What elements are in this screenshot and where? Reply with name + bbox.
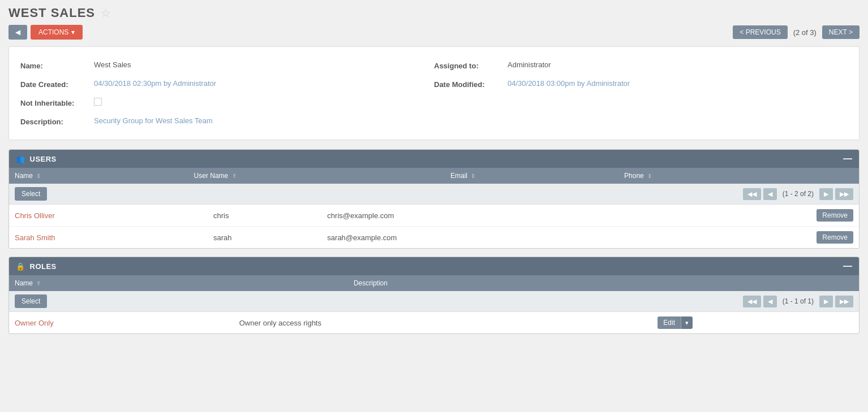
roles-select-bar: Select ◀◀ ◀ (1 - 1 of 1) ▶ ▶▶ bbox=[9, 291, 859, 312]
description-label: Description: bbox=[20, 116, 94, 126]
users-last-page-button[interactable]: ▶▶ bbox=[835, 188, 853, 200]
users-table: Name ⇕ User Name ⇑ Email ⇕ Phone ⇕ bbox=[9, 168, 859, 184]
roles-next-page-button[interactable]: ▶ bbox=[819, 296, 833, 307]
user-username-cell: sarah bbox=[208, 227, 321, 249]
users-col-phone[interactable]: Phone ⇕ bbox=[618, 168, 805, 184]
not-inheritable-checkbox[interactable] bbox=[94, 98, 102, 106]
role-edit-caret-button[interactable]: ▾ bbox=[681, 316, 693, 329]
date-modified-label: Date Modified: bbox=[434, 79, 508, 89]
roles-section-title: 🔒 ROLES bbox=[16, 262, 57, 271]
assigned-to-label: Assigned to: bbox=[434, 60, 508, 70]
user-email-cell: sarah@example.com bbox=[321, 227, 631, 249]
user-name-link[interactable]: Chris Olliver bbox=[15, 211, 55, 220]
users-pagination: ◀◀ ◀ (1 - 2 of 2) ▶ ▶▶ bbox=[743, 188, 853, 200]
users-first-page-button[interactable]: ◀◀ bbox=[743, 188, 761, 200]
table-row: Owner Only Owner only access rights Edit… bbox=[9, 312, 859, 333]
users-pagination-info: (1 - 2 of 2) bbox=[779, 190, 817, 198]
name-value: West Sales bbox=[94, 60, 434, 69]
roles-col-description: Description bbox=[348, 275, 757, 291]
users-icon: 👥 bbox=[16, 155, 25, 163]
detail-card: Name: West Sales Date Created: 04/30/201… bbox=[8, 46, 860, 140]
users-data-table: Chris Olliver chris chris@example.com Re… bbox=[9, 205, 859, 248]
actions-button[interactable]: ACTIONS ▾ bbox=[31, 25, 83, 40]
roles-data-table: Owner Only Owner only access rights Edit… bbox=[9, 312, 859, 333]
username-sort-icon: ⇑ bbox=[232, 173, 237, 179]
not-inheritable-label: Not Inheritable: bbox=[20, 98, 94, 107]
roles-last-page-button[interactable]: ▶▶ bbox=[835, 296, 853, 307]
user-name-link[interactable]: Sarah Smith bbox=[15, 233, 55, 242]
roles-prev-page-button[interactable]: ◀ bbox=[763, 296, 777, 307]
user-remove-cell: Remove bbox=[675, 205, 859, 227]
description-value: Security Group for West Sales Team bbox=[94, 116, 434, 125]
name-sort-icon: ⇕ bbox=[36, 173, 41, 179]
users-panel: 👥 USERS — Name ⇕ User Name ⇑ Email ⇕ Pho… bbox=[8, 149, 860, 249]
roles-panel: 🔒 ROLES — Name ⇑ Description Select ◀◀ ◀… bbox=[8, 257, 860, 334]
users-prev-page-button[interactable]: ◀ bbox=[763, 188, 777, 200]
star-icon[interactable]: ☆ bbox=[101, 6, 111, 20]
user-username-cell: chris bbox=[208, 205, 321, 227]
users-section-title: 👥 USERS bbox=[16, 155, 57, 163]
actions-label: ACTIONS bbox=[38, 28, 68, 36]
email-sort-icon: ⇕ bbox=[471, 173, 475, 179]
users-col-actions bbox=[805, 168, 859, 184]
not-inheritable-value bbox=[94, 98, 434, 107]
date-created-label: Date Created: bbox=[20, 79, 94, 89]
toolbar: ◀ ACTIONS ▾ < PREVIOUS (2 of 3) NEXT > bbox=[8, 25, 860, 40]
roles-minimize-button[interactable]: — bbox=[843, 262, 852, 271]
page-title: WEST SALES bbox=[8, 6, 95, 20]
actions-caret-icon: ▾ bbox=[71, 28, 75, 36]
roles-table-header-row: Name ⇑ Description bbox=[9, 275, 859, 291]
back-button[interactable]: ◀ bbox=[8, 25, 27, 40]
next-button[interactable]: NEXT > bbox=[822, 25, 860, 39]
users-col-name[interactable]: Name ⇕ bbox=[9, 168, 188, 184]
role-description-cell: Owner only access rights bbox=[234, 312, 652, 333]
role-name-link[interactable]: Owner Only bbox=[15, 319, 54, 327]
roles-table: Name ⇑ Description bbox=[9, 275, 859, 291]
name-label: Name: bbox=[20, 60, 94, 70]
toolbar-right: < PREVIOUS (2 of 3) NEXT > bbox=[733, 25, 860, 39]
user-remove-button[interactable]: Remove bbox=[817, 231, 853, 244]
roles-col-actions bbox=[757, 275, 859, 291]
date-created-value: 04/30/2018 02:30pm by Administrator bbox=[94, 79, 434, 88]
roles-name-sort-icon: ⇑ bbox=[36, 280, 41, 287]
users-select-bar: Select ◀◀ ◀ (1 - 2 of 2) ▶ ▶▶ bbox=[9, 184, 859, 205]
users-col-email[interactable]: Email ⇕ bbox=[445, 168, 618, 184]
roles-pagination: ◀◀ ◀ (1 - 1 of 1) ▶ ▶▶ bbox=[743, 296, 853, 307]
table-row: Sarah Smith sarah sarah@example.com Remo… bbox=[9, 227, 859, 249]
roles-icon: 🔒 bbox=[16, 262, 25, 271]
previous-button[interactable]: < PREVIOUS bbox=[733, 25, 787, 39]
user-remove-button[interactable]: Remove bbox=[817, 209, 853, 222]
users-col-username[interactable]: User Name ⇑ bbox=[188, 168, 445, 184]
roles-select-button[interactable]: Select bbox=[15, 294, 47, 308]
roles-col-name[interactable]: Name ⇑ bbox=[9, 275, 348, 291]
phone-sort-icon: ⇕ bbox=[647, 173, 652, 179]
role-name-cell: Owner Only bbox=[9, 312, 234, 333]
date-modified-value: 04/30/2018 03:00pm by Administrator bbox=[508, 79, 848, 88]
role-edit-cell: Edit ▾ bbox=[652, 312, 859, 333]
roles-pagination-info: (1 - 1 of 1) bbox=[779, 297, 817, 305]
table-row: Chris Olliver chris chris@example.com Re… bbox=[9, 205, 859, 227]
user-email-cell: chris@example.com bbox=[321, 205, 631, 227]
users-next-page-button[interactable]: ▶ bbox=[819, 188, 833, 200]
roles-first-page-button[interactable]: ◀◀ bbox=[743, 296, 761, 307]
user-remove-cell: Remove bbox=[675, 227, 859, 249]
users-section-header: 👥 USERS — bbox=[9, 150, 859, 168]
nav-count: (2 of 3) bbox=[791, 28, 819, 37]
assigned-to-value: Administrator bbox=[508, 60, 848, 69]
toolbar-left: ◀ ACTIONS ▾ bbox=[8, 25, 83, 40]
users-table-header-row: Name ⇕ User Name ⇑ Email ⇕ Phone ⇕ bbox=[9, 168, 859, 184]
user-phone-cell bbox=[632, 227, 676, 249]
user-name-cell: Sarah Smith bbox=[9, 227, 208, 249]
roles-section-header: 🔒 ROLES — bbox=[9, 257, 859, 275]
edit-group: Edit ▾ bbox=[658, 316, 853, 329]
user-phone-cell bbox=[632, 205, 676, 227]
users-minimize-button[interactable]: — bbox=[843, 154, 852, 163]
user-name-cell: Chris Olliver bbox=[9, 205, 208, 227]
users-select-button[interactable]: Select bbox=[15, 187, 47, 201]
role-edit-button[interactable]: Edit bbox=[658, 316, 681, 329]
